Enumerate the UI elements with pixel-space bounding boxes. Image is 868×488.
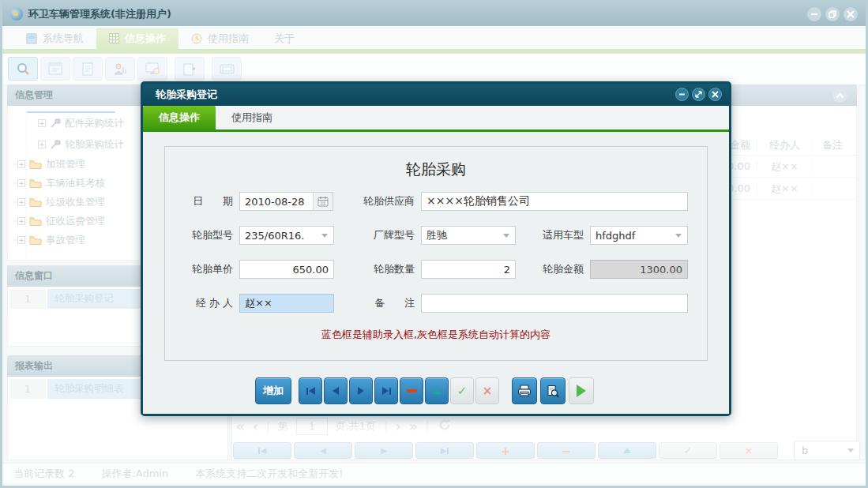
cancel-button[interactable]: × xyxy=(475,377,499,404)
window-close-button[interactable] xyxy=(844,7,858,21)
date-field xyxy=(239,192,333,211)
dialog-minimize-button[interactable] xyxy=(675,88,689,101)
remark-input[interactable] xyxy=(421,294,688,313)
dialog-body: 轮胎采购 日 期 轮胎供应商 轮胎型号 235/60R16. 厂牌型号 xyxy=(143,132,729,414)
dialog-maximize-button[interactable] xyxy=(692,88,705,101)
printer-icon xyxy=(517,385,532,397)
unit-price-label: 轮胎单价 xyxy=(167,260,233,279)
date-label: 日 期 xyxy=(167,192,233,211)
dialog-button-bar: 增加 ✓ × xyxy=(143,377,729,404)
chevron-down-icon xyxy=(503,234,509,238)
app-window: 环卫车辆管理系统(非注册用户) 系统导航 信息操作 使用指南 关于 xyxy=(0,0,868,488)
app-title: 环卫车辆管理系统(非注册用户) xyxy=(28,7,171,21)
edit-record-button[interactable] xyxy=(425,377,449,404)
handler-label: 经 办 人 xyxy=(167,294,233,313)
dialog-title: 轮胎采购登记 xyxy=(156,88,217,102)
brand-model-label: 厂牌型号 xyxy=(348,226,415,245)
tire-model-label: 轮胎型号 xyxy=(167,226,233,245)
quantity-label: 轮胎数量 xyxy=(348,260,415,279)
window-minimize-button[interactable] xyxy=(807,7,821,21)
handler-input[interactable] xyxy=(239,294,334,313)
confirm-button[interactable]: ✓ xyxy=(450,377,474,404)
vehicle-type-label: 适用车型 xyxy=(517,226,584,245)
dialog-tab-info-operation[interactable]: 信息操作 xyxy=(143,106,216,130)
app-titlebar: 环卫车辆管理系统(非注册用户) xyxy=(2,2,866,26)
amount-label: 轮胎金额 xyxy=(517,260,584,279)
next-record-button[interactable] xyxy=(349,377,373,404)
preview-icon xyxy=(546,385,560,398)
dialog-tab-user-guide[interactable]: 使用指南 xyxy=(216,106,288,130)
amount-readonly-field xyxy=(590,260,688,279)
date-input[interactable] xyxy=(240,193,313,210)
prev-record-button[interactable] xyxy=(324,377,348,404)
delete-record-button[interactable] xyxy=(400,377,423,404)
dialog-titlebar[interactable]: 轮胎采购登记 xyxy=(143,84,729,106)
print-preview-button[interactable] xyxy=(540,377,566,404)
quantity-input[interactable] xyxy=(421,260,516,279)
tire-purchase-form: 轮胎采购 日 期 轮胎供应商 轮胎型号 235/60R16. 厂牌型号 xyxy=(164,146,708,361)
calendar-icon[interactable] xyxy=(313,193,333,210)
first-record-button[interactable] xyxy=(299,377,322,404)
chevron-down-icon xyxy=(321,234,328,238)
app-logo-icon xyxy=(10,8,23,21)
play-icon xyxy=(577,385,586,397)
window-restore-button[interactable] xyxy=(825,7,840,21)
form-hint-text: 蓝色框是辅助录入框,灰色框是系统自动计算的内容 xyxy=(165,328,707,342)
dialog-tab-bar: 信息操作 使用指南 xyxy=(143,106,729,130)
chevron-down-icon xyxy=(675,234,682,238)
dialog-close-button[interactable] xyxy=(708,88,722,101)
add-button[interactable]: 增加 xyxy=(255,377,291,404)
tire-purchase-dialog: 轮胎采购登记 信息操作 使用指南 轮胎采购 日 期 轮胎供应商 xyxy=(141,81,731,416)
vehicle-type-select[interactable]: hfdghdf xyxy=(590,226,688,245)
unit-price-input[interactable] xyxy=(239,260,334,279)
last-record-button[interactable] xyxy=(374,377,398,404)
brand-model-select[interactable]: 胜驰 xyxy=(421,226,516,245)
form-title: 轮胎采购 xyxy=(165,160,707,180)
print-button[interactable] xyxy=(512,377,537,404)
run-button[interactable] xyxy=(569,377,594,404)
supplier-input[interactable] xyxy=(421,192,688,211)
tire-model-select[interactable]: 235/60R16. xyxy=(239,226,334,245)
supplier-label: 轮胎供应商 xyxy=(348,192,415,211)
remark-label: 备 注 xyxy=(348,294,415,313)
